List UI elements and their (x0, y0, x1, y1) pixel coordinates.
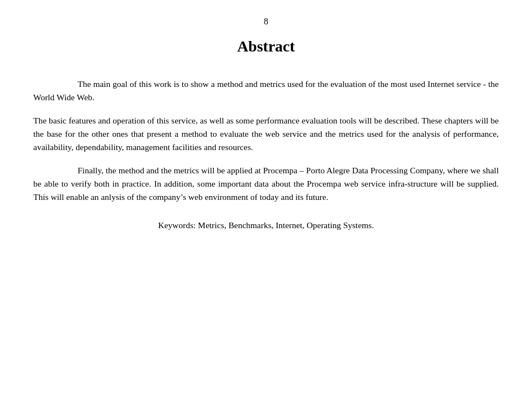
abstract-body: The main goal of this work is to show a … (33, 78, 499, 204)
page-number: 8 (33, 17, 499, 27)
paragraph-2: The basic features and operation of this… (33, 114, 499, 154)
keywords-line: Keywords: Metrics, Benchmarks, Internet,… (33, 220, 499, 230)
page: 8 Abstract The main goal of this work is… (0, 0, 532, 412)
abstract-title: Abstract (33, 38, 499, 55)
paragraph-3: Finally, the method and the metrics will… (33, 164, 499, 204)
paragraph-1: The main goal of this work is to show a … (33, 78, 499, 104)
